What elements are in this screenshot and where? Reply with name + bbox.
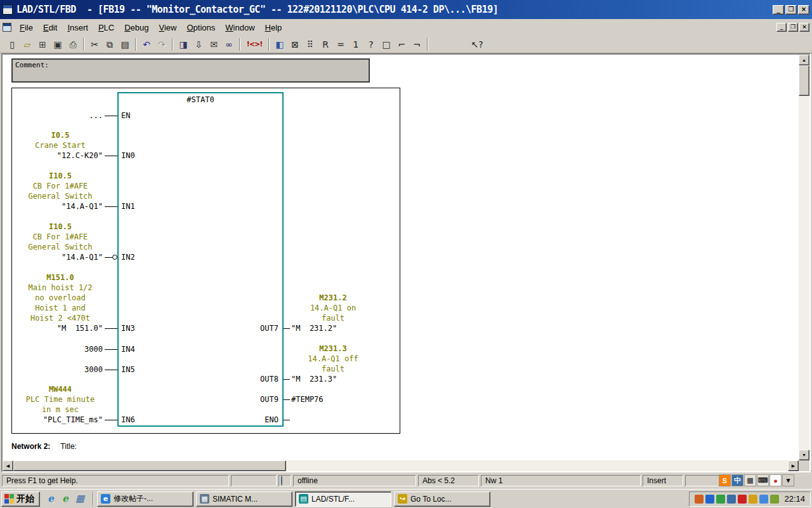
input-operand[interactable]: 3000	[3, 364, 103, 375]
pin-label-in5[interactable]: IN5	[121, 364, 135, 375]
cut-icon[interactable]: ✂	[88, 37, 102, 51]
menu-help[interactable]: Help	[260, 21, 287, 34]
undo-icon[interactable]: ↶	[140, 37, 154, 51]
save-icon[interactable]: ▣	[51, 37, 65, 51]
menu-debug[interactable]: Debug	[119, 21, 154, 34]
pin-label-eno[interactable]: ENO	[220, 415, 278, 425]
redo-icon[interactable]: ↷	[155, 37, 169, 51]
output-operand[interactable]: #TEMP76	[291, 394, 324, 404]
browser-icon[interactable]: e	[60, 493, 71, 505]
scroll-down-button[interactable]: ▼	[799, 450, 809, 460]
download-icon[interactable]: ⇩	[192, 37, 206, 51]
relay-box-icon[interactable]: R	[318, 37, 332, 51]
help-cursor-icon[interactable]: ↖?	[470, 37, 484, 51]
network-header[interactable]: Network 2:Title:	[11, 442, 77, 451]
sogou-ime-icon[interactable]: S	[719, 474, 731, 486]
tray-icon[interactable]	[759, 495, 768, 504]
app-icon[interactable]	[3, 4, 13, 15]
question-box-icon[interactable]: ?	[364, 37, 378, 51]
taskbar-button[interactable]: ▤LAD/STL/F...	[295, 491, 391, 507]
menu-file[interactable]: File	[15, 21, 38, 34]
close-button[interactable]: ×	[798, 5, 809, 15]
box-x-icon[interactable]: ⊠	[288, 37, 302, 51]
tray-icon[interactable]	[770, 495, 779, 504]
scroll-right-button[interactable]: ▶	[788, 460, 799, 471]
pin-label-out8[interactable]: OUT8	[220, 374, 278, 384]
open-online-icon[interactable]: ⊞	[36, 37, 49, 51]
empty-box-icon[interactable]: □	[379, 37, 393, 51]
tray-icon[interactable]	[738, 495, 747, 504]
tray-icon[interactable]	[695, 495, 704, 504]
scroll-up-button[interactable]: ▲	[799, 55, 809, 65]
menu-insert[interactable]: Insert	[62, 21, 93, 34]
input-operand[interactable]: "14.A-Q1"	[3, 252, 103, 262]
document-icon[interactable]	[3, 23, 11, 32]
new-icon[interactable]: ▯	[5, 37, 19, 51]
chinese-mode-icon[interactable]: 中	[731, 474, 743, 486]
soft-keyboard-icon[interactable]: ⌨	[757, 474, 769, 486]
input-operand[interactable]: "14.A-Q1"	[3, 201, 103, 211]
menu-edit[interactable]: Edit	[38, 21, 62, 34]
pin-label-in6[interactable]: IN6	[121, 415, 135, 425]
open-branch-icon[interactable]: ⌐	[395, 37, 409, 51]
observe-icon[interactable]: ∞	[222, 37, 236, 51]
pin-label-out9[interactable]: OUT9	[220, 394, 278, 404]
pin-label-in3[interactable]: IN3	[121, 323, 135, 333]
close-branch-icon[interactable]: ¬	[410, 37, 424, 51]
input-operand[interactable]: 3000	[3, 344, 103, 354]
taskbar-clock[interactable]: 22:14	[784, 494, 805, 504]
fbd-canvas[interactable]: Comment: #STAT0 ...ENI0.5Crane Start"12.…	[3, 55, 799, 460]
start-button[interactable]: 开始	[1, 491, 40, 507]
counter-box-icon[interactable]: 1	[349, 37, 363, 51]
taskbar-button[interactable]: ↪Go To Loc...	[394, 491, 490, 507]
punctuation-icon[interactable]: ▦	[744, 474, 756, 486]
pin-label-in2[interactable]: IN2	[121, 252, 135, 262]
pin-label-in4[interactable]: IN4	[121, 344, 135, 354]
monitor-variable-icon[interactable]: ✉	[207, 37, 221, 51]
pin-label-en[interactable]: EN	[121, 110, 130, 121]
network-view-icon[interactable]: ◧	[273, 37, 287, 51]
tray-icon[interactable]	[749, 495, 757, 504]
restore-button[interactable]: ❐	[785, 5, 797, 15]
input-operand[interactable]: "PLC_TIME_ms"	[3, 415, 103, 425]
output-operand[interactable]: "M 231.3"	[291, 374, 337, 384]
ie-icon[interactable]: e	[45, 493, 56, 505]
horizontal-scrollbar[interactable]: ◀ ▶	[3, 460, 799, 471]
pin-label-in1[interactable]: IN1	[121, 201, 135, 211]
mdi-restore-button[interactable]: ❐	[788, 23, 798, 32]
open-icon[interactable]: ▱	[20, 37, 34, 51]
pin-label-out7[interactable]: OUT7	[220, 323, 278, 333]
menu-plc[interactable]: PLC	[93, 21, 119, 34]
scroll-left-button[interactable]: ◀	[3, 460, 13, 471]
ime-tool-icon[interactable]: ●	[769, 474, 782, 486]
input-operand[interactable]: "M 151.0"	[3, 323, 103, 333]
show-desktop-icon[interactable]: ▦	[74, 493, 86, 505]
output-operand[interactable]: "M 231.2"	[291, 323, 337, 333]
assign-box-icon[interactable]: =	[334, 37, 348, 51]
menu-view[interactable]: View	[154, 21, 182, 34]
language-bar: S中▦⌨●▾	[719, 474, 794, 486]
symbolic-representation-icon[interactable]: !<>!	[244, 37, 265, 51]
pin-label-in0[interactable]: IN0	[121, 150, 135, 161]
program-elements-icon[interactable]: ◨	[176, 37, 190, 51]
tray-icon[interactable]	[716, 495, 725, 504]
input-operand[interactable]: "12.C-K20"	[3, 150, 103, 161]
input-operand[interactable]: ...	[3, 110, 103, 121]
address-identification-icon[interactable]: ⠿	[303, 37, 317, 51]
vertical-scrollbar[interactable]: ▲ ▼	[799, 55, 809, 460]
taskbar-button[interactable]: e修改帖子-...	[97, 491, 193, 507]
taskbar-button[interactable]: ▦SIMATIC M...	[196, 491, 292, 507]
vertical-scroll-thumb[interactable]	[799, 65, 809, 96]
menu-window[interactable]: Window	[220, 21, 259, 34]
langbar-menu-icon[interactable]: ▾	[782, 474, 794, 486]
mdi-minimize-button[interactable]: _	[776, 23, 787, 32]
tray-icon[interactable]	[727, 495, 736, 504]
paste-icon[interactable]: ▤	[118, 37, 132, 51]
copy-icon[interactable]: ⧉	[103, 37, 117, 51]
print-icon[interactable]: ⎙	[66, 37, 80, 51]
minimize-button[interactable]: _	[773, 5, 784, 15]
menu-options[interactable]: Options	[181, 21, 220, 34]
tray-icon[interactable]	[705, 495, 714, 504]
mdi-close-button[interactable]: ×	[799, 23, 809, 32]
horizontal-scroll-thumb[interactable]	[13, 460, 286, 471]
